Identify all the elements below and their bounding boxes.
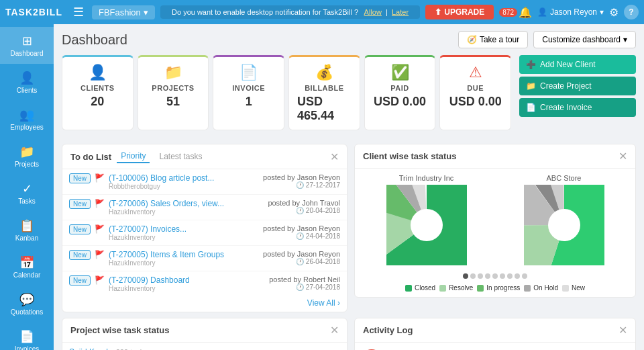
sidebar-item-employees[interactable]: 👥 Employees (0, 101, 54, 138)
task-item[interactable]: New 🚩 (T-270006) Sales Orders, view... H… (62, 195, 347, 220)
sidebar-item-tasks[interactable]: ✓ Tasks (0, 175, 54, 212)
legend-dot (477, 285, 484, 292)
user-menu[interactable]: 👤 Jason Reyon ▾ (537, 7, 604, 17)
notification-badge: 872 (499, 8, 517, 17)
legend-item: Closed (405, 284, 435, 292)
activity-title: Activity Log (363, 325, 413, 335)
chart-pagination-dot[interactable] (515, 273, 520, 279)
task-posted-by: posted by John Travol (268, 199, 340, 207)
task-badge: New (69, 275, 91, 286)
client-chart-panel: Client wise task status ✕ Trim Industry … (354, 144, 636, 298)
notification-bar: Do you want to enable desktop notificati… (160, 5, 420, 19)
task-sub: HazukInventory (109, 234, 259, 241)
project-status-close-icon[interactable]: ✕ (330, 324, 339, 337)
legend-label: On Hold (533, 284, 558, 292)
help-button[interactable]: ? (624, 5, 639, 19)
brand-chevron-icon: ▾ (144, 7, 148, 17)
task-name[interactable]: (T-100006) Blog article post... (109, 173, 259, 183)
chart-pagination-dot[interactable] (470, 273, 476, 279)
chart-pagination-dot[interactable] (507, 273, 513, 279)
task-item[interactable]: New 🚩 (T-270007) Invoices... HazukInvent… (62, 220, 347, 246)
btn-icon: 📁 (526, 81, 536, 91)
task-posted-by: posted by Jason Reyon (263, 250, 340, 258)
customize-chevron-icon: ▾ (623, 35, 627, 44)
task-info: (T-270005) Items & Item Groups HazukInve… (109, 250, 259, 267)
view-all-link[interactable]: View All › (307, 298, 340, 308)
invoice-stat-icon: 📄 (239, 64, 258, 81)
client-chart-title: Client wise task status (363, 151, 456, 161)
task-date: 🕐 27-04-2018 (269, 283, 340, 291)
task-name[interactable]: (T-270007) Invoices... (109, 224, 259, 234)
brand-selector[interactable]: FBFashion ▾ (92, 5, 155, 19)
stat-card-paid: ✅ PAID USD 0.00 (364, 55, 436, 130)
todo-tab-latest[interactable]: Latest tasks (155, 150, 206, 163)
hamburger-icon[interactable]: ☰ (73, 5, 84, 19)
right-btn-add-new-client[interactable]: ➕Add New Client (519, 55, 636, 74)
legend-label: Resolve (449, 284, 473, 292)
clients-stat-value: 20 (91, 95, 104, 109)
settings-gear-icon[interactable]: ⚙ (609, 6, 619, 19)
bell-icon[interactable]: 🔔 (519, 6, 532, 19)
chart-pagination-dot[interactable] (463, 273, 468, 279)
notification-allow[interactable]: Allow (364, 8, 382, 16)
tasks-icon: ✓ (22, 181, 32, 196)
legend-label: Closed (415, 284, 435, 292)
sidebar-item-projects[interactable]: 📁 Projects (0, 138, 54, 175)
paid-stat-value: USD 0.00 (374, 95, 426, 109)
take-tour-button[interactable]: 🧭 Take a tour (458, 31, 528, 48)
activity-panel: Activity Log ✕ JR Jason Reyon made Emplo… (354, 318, 636, 350)
sidebar-item-kanban[interactable]: 📋 Kanban (0, 212, 54, 249)
sidebar-item-clients[interactable]: 👤 Clients (0, 64, 54, 101)
task-name[interactable]: (T-270005) Items & Item Groups (109, 250, 259, 259)
flag-icon: 🚩 (95, 199, 105, 208)
task-meta: posted by Jason Reyon 🕐 26-04-2018 (263, 250, 340, 265)
sidebar-item-calendar[interactable]: 📅 Calendar (0, 249, 54, 286)
billable-stat-value: USD 465.44 (297, 95, 352, 123)
kanban-icon: 📋 (19, 218, 34, 233)
pie-chart-abc (524, 185, 604, 265)
sidebar-item-quotations[interactable]: 💬 Quotations (0, 286, 54, 322)
topbar: TASK2BILL ☰ FBFashion ▾ Do you want to e… (0, 0, 644, 24)
stat-card-clients: 👤 CLIENTS 20 (62, 55, 133, 130)
project-name[interactable]: Saiid Keadr (69, 347, 111, 350)
task-name[interactable]: (T-270009) Dashboard (109, 275, 265, 285)
task-item[interactable]: New 🚩 (T-270009) Dashboard HazukInventor… (62, 271, 347, 294)
upload-icon: ⬆ (435, 7, 441, 17)
activity-close-icon[interactable]: ✕ (619, 324, 627, 337)
task-meta: posted by Jason Reyon 🕐 24-04-2018 (263, 224, 340, 240)
task-date: 🕐 20-04-2018 (268, 207, 340, 214)
upgrade-button[interactable]: ⬆ UPGRADE (425, 5, 494, 19)
chart-trim-industry: Trim Industry Inc (386, 174, 467, 265)
billable-stat-icon: 💰 (315, 64, 333, 81)
client-chart-close-icon[interactable]: ✕ (619, 150, 627, 163)
chart-pagination-dot[interactable] (500, 273, 505, 279)
invoice-stat-label: INVOICE (232, 84, 265, 92)
sidebar-item-invoices[interactable]: 📄 Invoices (0, 322, 54, 350)
project-item-header: Saiid Keadr 209 tasks (69, 347, 340, 350)
task-item[interactable]: New 🚩 (T-100006) Blog article post... Ro… (62, 169, 347, 195)
right-btn-create-project[interactable]: 📁Create Project (519, 77, 636, 95)
legend-dot (524, 285, 531, 292)
chart-slider-dots (355, 271, 635, 281)
clients-stat-icon: 👤 (89, 64, 107, 81)
right-btn-create-invoice[interactable]: 📄Create Invoice (519, 98, 636, 117)
project-list: Saiid Keadr 209 tasks FBFashion 63 tasks… (62, 343, 347, 350)
todo-close-icon[interactable]: ✕ (330, 150, 339, 163)
task-sub: Robbtherobotguy (109, 183, 259, 190)
quotations-icon: 💬 (19, 292, 34, 307)
clients-stat-label: CLIENTS (80, 84, 115, 92)
notification-later[interactable]: Later (392, 8, 409, 16)
customize-dashboard-button[interactable]: Customize dashboard ▾ (533, 31, 636, 48)
task-date: 🕐 27-12-2017 (263, 181, 340, 189)
chart-pagination-dot[interactable] (522, 273, 527, 279)
chart-trim-label: Trim Industry Inc (399, 174, 454, 182)
task-item[interactable]: New 🚩 (T-270005) Items & Item Groups Haz… (62, 246, 347, 271)
content-area: To do List Priority Latest tasks ✕ New 🚩… (62, 144, 636, 312)
chart-pagination-dot[interactable] (478, 273, 483, 279)
chart-pagination-dot[interactable] (485, 273, 490, 279)
task-name[interactable]: (T-270006) Sales Orders, view... (109, 199, 264, 208)
todo-tab-priority[interactable]: Priority (117, 150, 150, 163)
client-chart-header: Client wise task status ✕ (355, 144, 635, 169)
sidebar-item-dashboard[interactable]: ⊞ Dashboard (0, 27, 54, 64)
chart-pagination-dot[interactable] (492, 273, 498, 279)
